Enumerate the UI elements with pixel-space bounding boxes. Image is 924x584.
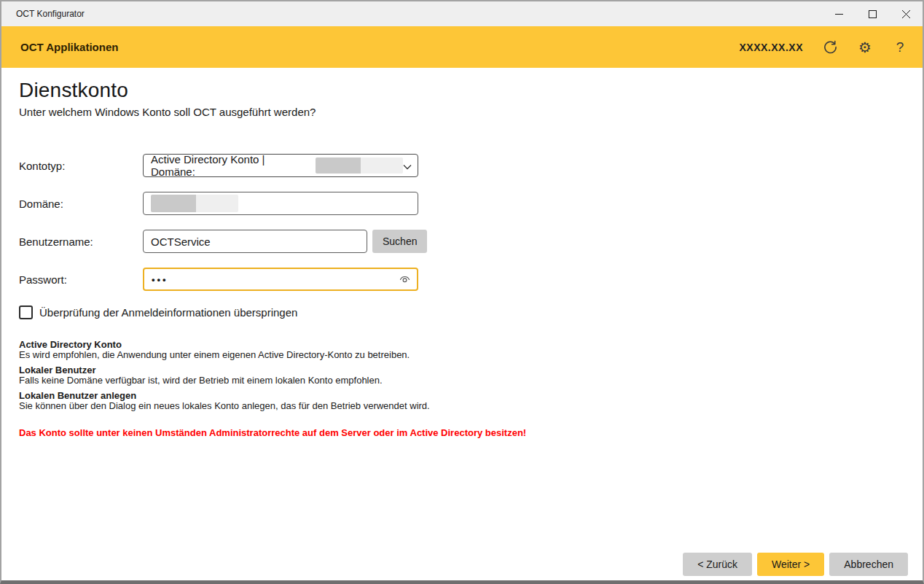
redacted-domain-text bbox=[151, 195, 238, 212]
passwort-label: Passwort: bbox=[19, 273, 143, 286]
skip-validation-row: Überprüfung der Anmeldeinformationen übe… bbox=[19, 305, 905, 319]
help-title: Lokaler Benutzer bbox=[19, 365, 905, 375]
page-title: Dienstkonto bbox=[19, 79, 905, 102]
kontotyp-dropdown[interactable]: Active Directory Konto | Domäne: bbox=[143, 154, 418, 177]
maximize-button[interactable] bbox=[856, 1, 889, 26]
skip-validation-checkbox[interactable] bbox=[19, 305, 33, 319]
admin-rights-warning: Das Konto sollte unter keinen Umständen … bbox=[19, 427, 905, 438]
help-body: Es wird empfohlen, die Anwendung unter e… bbox=[19, 350, 905, 360]
maximize-icon bbox=[869, 10, 877, 18]
help-item-lokalen-benutzer-anlegen: Lokalen Benutzer anlegen Sie können über… bbox=[19, 391, 905, 411]
domaene-row: Domäne: bbox=[19, 192, 905, 215]
passwort-masked-value: ••• bbox=[152, 274, 168, 285]
next-button[interactable]: Weiter > bbox=[757, 553, 824, 576]
help-body: Sie können über den Dialog ein neues lok… bbox=[19, 401, 905, 411]
help-section: Active Directory Konto Es wird empfohlen… bbox=[19, 340, 905, 411]
help-body: Falls keine Domäne verfügbar ist, wird d… bbox=[19, 375, 905, 386]
minimize-button[interactable] bbox=[822, 1, 856, 26]
reveal-password-eye-icon[interactable] bbox=[399, 274, 411, 284]
benutzername-input[interactable]: OCTService bbox=[143, 230, 367, 253]
back-button[interactable]: < Zurück bbox=[683, 553, 752, 576]
close-button[interactable] bbox=[889, 1, 923, 26]
minimize-icon bbox=[835, 10, 843, 18]
wizard-footer: < Zurück Weiter > Abbrechen bbox=[683, 553, 908, 576]
benutzername-label: Benutzername: bbox=[19, 235, 143, 248]
page-subtitle: Unter welchem Windows Konto soll OCT aus… bbox=[19, 106, 905, 118]
app-header: OCT Applikationen XXXX.XX.XX ⚙ ? bbox=[1, 26, 923, 68]
settings-gear-icon[interactable]: ⚙ bbox=[857, 39, 873, 55]
app-title: OCT Applikationen bbox=[20, 41, 740, 53]
help-item-lokaler-benutzer: Lokaler Benutzer Falls keine Domäne verf… bbox=[19, 365, 905, 386]
kontotyp-label: Kontotyp: bbox=[19, 160, 143, 172]
window-title: OCT Konfigurator bbox=[1, 9, 822, 19]
close-icon bbox=[902, 10, 910, 18]
version-label: XXXX.XX.XX bbox=[740, 42, 803, 53]
app-window: OCT Konfigurator OCT Applikationen X bbox=[0, 0, 924, 584]
refresh-icon[interactable] bbox=[822, 39, 838, 55]
benutzername-value: OCTService bbox=[151, 235, 211, 248]
chevron-down-icon bbox=[403, 160, 412, 172]
passwort-row: Passwort: ••• bbox=[19, 268, 905, 291]
app-header-actions: XXXX.XX.XX ⚙ ? bbox=[740, 39, 908, 55]
suchen-button[interactable]: Suchen bbox=[372, 230, 427, 253]
title-bar: OCT Konfigurator bbox=[1, 1, 923, 26]
domaene-label: Domäne: bbox=[19, 198, 143, 210]
help-title: Lokalen Benutzer anlegen bbox=[19, 391, 905, 401]
cancel-button[interactable]: Abbrechen bbox=[829, 553, 908, 576]
help-item-active-directory: Active Directory Konto Es wird empfohlen… bbox=[19, 340, 905, 360]
benutzername-row: Benutzername: OCTService Suchen bbox=[19, 230, 905, 253]
help-title: Active Directory Konto bbox=[19, 340, 905, 350]
passwort-input[interactable]: ••• bbox=[143, 268, 418, 291]
window-controls bbox=[822, 1, 923, 26]
main-content: Dienstkonto Unter welchem Windows Konto … bbox=[1, 68, 923, 438]
help-icon[interactable]: ? bbox=[892, 39, 908, 55]
service-account-form: Kontotyp: Active Directory Konto | Domän… bbox=[19, 154, 905, 319]
skip-validation-label: Überprüfung der Anmeldeinformationen übe… bbox=[39, 306, 297, 319]
kontotyp-row: Kontotyp: Active Directory Konto | Domän… bbox=[19, 154, 905, 177]
domaene-input[interactable] bbox=[143, 192, 418, 215]
redacted-domain-value bbox=[316, 157, 403, 174]
kontotyp-selected-value: Active Directory Konto | Domäne: bbox=[151, 153, 311, 178]
